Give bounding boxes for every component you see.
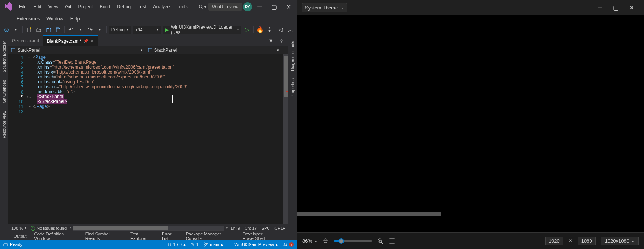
panel-devps[interactable]: Developer PowerShell (240, 231, 286, 240)
search-icon (198, 4, 204, 9)
tab-blankpage[interactable]: BlankPage.xaml* 📌 ✕ (43, 35, 98, 46)
eol-mode[interactable]: CRLF (274, 226, 285, 231)
side-solution-explorer[interactable]: Solution Explorer (1, 38, 7, 75)
close-tab-button[interactable]: ✕ (90, 38, 94, 43)
menu-view[interactable]: View (45, 3, 62, 11)
hot-reload-button[interactable]: 🔥 (256, 25, 264, 34)
feedback-button[interactable] (286, 25, 294, 34)
repo-icon (228, 242, 233, 247)
preview-canvas[interactable] (297, 15, 644, 232)
pv-zoom-slider[interactable] (334, 240, 372, 242)
line-gutter: 1234 5678 9101112 (8, 54, 26, 224)
pv-minimize[interactable]: ─ (592, 2, 608, 14)
new-item-button[interactable]: ✦ (25, 25, 33, 34)
panel-findsym[interactable]: Find Symbol Results (82, 231, 126, 240)
menu-analyze[interactable]: Analyze (150, 3, 173, 11)
preview-hscroll[interactable] (297, 212, 441, 216)
code-area[interactable]: <Page x:Class="TestDep.BlankPage" xmlns=… (33, 54, 283, 224)
pv-maximize[interactable]: ▢ (608, 2, 624, 14)
crumb-add-button[interactable]: + (281, 48, 288, 53)
issues-indicator[interactable]: No issues found (31, 226, 67, 231)
pv-zoom-out[interactable] (323, 238, 329, 244)
zoom-select[interactable]: 100 % ▾ (11, 226, 26, 231)
saveall-icon (55, 27, 60, 32)
menu-test[interactable]: Test (135, 3, 149, 11)
status-notifications[interactable]: 4 (283, 242, 294, 247)
save-all-button[interactable] (54, 25, 62, 34)
pv-width-input[interactable]: 1920 (545, 237, 563, 245)
pin-icon[interactable]: 📌 (84, 39, 88, 43)
status-pencil[interactable]: ✎ 1 (191, 242, 198, 247)
solution-title[interactable]: WinU...eview (208, 3, 242, 11)
panel-output[interactable]: Output (11, 233, 30, 239)
menu-debug[interactable]: Debug (114, 3, 134, 11)
menubar: File Edit View Git Project Build Debug T… (0, 0, 297, 14)
code-editor[interactable]: 1234 5678 9101112 ⌄│││││││▹⌄│└ <Page x:C… (8, 54, 288, 224)
pv-fit-button[interactable] (389, 238, 395, 244)
tab-generic[interactable]: Generic.xaml (8, 35, 43, 46)
menu-file[interactable]: File (16, 3, 29, 11)
menu-extensions[interactable]: Extensions (14, 15, 43, 23)
cursor-col[interactable]: Ch: 17 (245, 226, 257, 231)
save-button[interactable] (44, 25, 53, 34)
tab-drop-button[interactable]: ▾ (266, 36, 276, 45)
search-button[interactable]: ▾ (197, 2, 207, 11)
menu-help[interactable]: Help (67, 15, 83, 23)
panel-testexp[interactable]: Test Explorer (127, 231, 157, 240)
status-updown[interactable]: ↑↓ 1 / 0 ▴ (167, 242, 186, 247)
status-branch[interactable]: main ▴ (204, 242, 223, 247)
nav-back-button[interactable] (2, 25, 11, 34)
undo-button[interactable]: ↶ (67, 25, 75, 34)
close-button[interactable]: ✕ (282, 2, 295, 12)
menu-build[interactable]: Build (96, 3, 113, 11)
side-diagnostic[interactable]: Diagnostic Tools (289, 38, 296, 73)
cursor-line[interactable]: Ln: 9 (231, 226, 240, 231)
panel-codedef[interactable]: Code Definition Window (31, 231, 81, 240)
indent-mode[interactable]: SPC (262, 226, 270, 231)
document-tabs: Generic.xaml BlankPage.xaml* 📌 ✕ ▾ (8, 35, 288, 46)
pv-height-input[interactable]: 1080 (578, 237, 596, 245)
pv-zoom-value[interactable]: 86%⌄ (302, 238, 317, 244)
live-share-button[interactable] (277, 25, 285, 34)
side-properties[interactable]: Properties (289, 76, 296, 100)
tab-gear-button[interactable] (277, 36, 286, 45)
fold-gutter[interactable]: ⌄│││││││▹⌄│└ (26, 54, 33, 224)
status-project[interactable]: WinUI3XamlPreview ▴ (228, 242, 278, 247)
step-button[interactable]: ⇣ (265, 25, 274, 34)
undo-drop[interactable]: ▾ (76, 25, 85, 34)
svg-rect-5 (47, 28, 49, 29)
redo-button[interactable]: ↷ (86, 25, 94, 34)
open-icon (36, 27, 41, 32)
theme-select[interactable]: System Theme⌄ (302, 3, 347, 12)
start-nodbg-button[interactable]: ▷ (243, 25, 251, 34)
pv-resolution-select[interactable]: 1920x1080⌄ (601, 237, 639, 245)
pv-close[interactable]: ✕ (624, 2, 639, 14)
maximize-button[interactable]: ▢ (267, 2, 281, 12)
panel-pmc[interactable]: Package Manager Console (183, 231, 238, 240)
open-button[interactable] (34, 25, 43, 34)
svg-point-12 (206, 243, 208, 244)
editor-hscroll[interactable]: ◂▸ (73, 226, 224, 231)
menu-git[interactable]: Git (62, 3, 74, 11)
side-resource-view[interactable]: Resource View (1, 108, 7, 141)
menu-edit[interactable]: Edit (30, 3, 45, 11)
menu-window[interactable]: Window (43, 15, 66, 23)
panel-errlist[interactable]: Error List (159, 231, 181, 240)
minimize-button[interactable]: ─ (253, 2, 266, 12)
redo-drop[interactable]: ▾ (96, 25, 104, 34)
config-select[interactable]: Debug▾ (109, 26, 131, 34)
editor-scrollbar[interactable] (283, 54, 288, 224)
crumb-right[interactable]: StackPanel▾ (145, 48, 282, 53)
pv-zoom-in[interactable] (377, 238, 383, 244)
user-avatar[interactable]: RY (243, 2, 252, 11)
menu-tools[interactable]: Tools (174, 3, 191, 11)
platform-select[interactable]: x64▾ (133, 26, 161, 34)
svg-line-1 (202, 8, 203, 9)
crumb-left[interactable]: StackPanel▾ (8, 48, 145, 53)
nav-drop[interactable]: ▾ (12, 25, 20, 34)
svg-point-13 (204, 245, 206, 246)
side-git-changes[interactable]: Git Changes (1, 78, 7, 105)
svg-point-2 (5, 28, 9, 32)
menu-project[interactable]: Project (75, 3, 96, 11)
start-target[interactable]: ▶WinUI3XamlPreview.DllLoader (Des▾ (163, 26, 242, 34)
